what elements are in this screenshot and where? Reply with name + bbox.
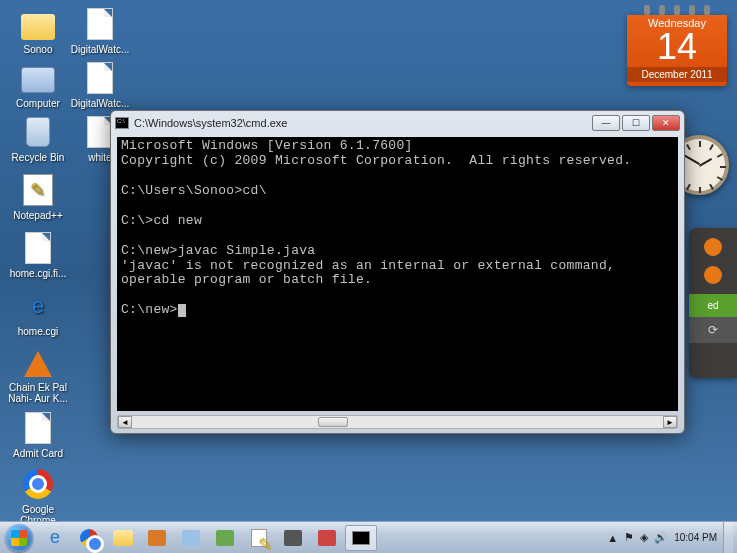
- gadget-dot-icon: [704, 266, 722, 284]
- taskbar-cmd[interactable]: [345, 525, 377, 551]
- app-icon: [318, 530, 336, 546]
- taskbar-ie[interactable]: e: [39, 525, 71, 551]
- calendar-gadget[interactable]: Wednesday 14 December 2011: [627, 5, 727, 86]
- notepadpp-icon: [23, 174, 53, 206]
- calendar-date: 14: [627, 29, 727, 65]
- computer-icon: [21, 67, 55, 93]
- scroll-right-arrow[interactable]: ►: [663, 416, 677, 428]
- taskbar-app5[interactable]: [311, 525, 343, 551]
- icon-label: Notepad++: [8, 210, 68, 221]
- app-icon: [182, 530, 200, 546]
- desktop-icon-notepadpp[interactable]: Notepad++: [8, 172, 68, 221]
- app-icon: [148, 530, 166, 546]
- desktop-icon-admitcard[interactable]: Admit Card: [8, 410, 68, 459]
- notepadpp-icon: [251, 529, 267, 547]
- desktop-icon-chrome[interactable]: Google Chrome: [8, 466, 68, 526]
- taskbar-notepadpp[interactable]: [243, 525, 275, 551]
- icon-label: home.cgi: [8, 326, 68, 337]
- recycle-bin-icon: [26, 117, 50, 147]
- document-icon: [25, 232, 51, 264]
- cmd-window: C:\Windows\system32\cmd.exe — ☐ ✕ Micros…: [110, 110, 685, 434]
- app-icon: [284, 530, 302, 546]
- taskbar-app3[interactable]: [209, 525, 241, 551]
- windows-orb-icon: [5, 524, 33, 552]
- cmd-icon: [115, 117, 129, 129]
- show-desktop-button[interactable]: [723, 522, 733, 554]
- taskbar: e ▲ ⚑ ◈ 🔊 10:04 PM: [0, 521, 737, 553]
- minimize-button[interactable]: —: [592, 115, 620, 131]
- ie-icon: e: [50, 527, 60, 548]
- icon-label: Recycle Bin: [8, 152, 68, 163]
- scroll-thumb[interactable]: [318, 417, 348, 427]
- calendar-month: December 2011: [627, 67, 727, 82]
- cmd-icon: [352, 531, 370, 545]
- tray-clock[interactable]: 10:04 PM: [674, 532, 717, 543]
- tray-network-icon[interactable]: ◈: [640, 531, 648, 544]
- taskbar-chrome[interactable]: [73, 525, 105, 551]
- tray-action-center-icon[interactable]: ⚑: [624, 531, 634, 544]
- gadget-dot-icon: [704, 238, 722, 256]
- taskbar-explorer[interactable]: [107, 525, 139, 551]
- calendar-rings: [627, 5, 727, 15]
- desktop-icon-computer[interactable]: Computer: [8, 60, 68, 109]
- desktop-icon-vlc[interactable]: Chain Ek Pal Nahi- Aur K...: [8, 344, 68, 404]
- desktop-icon-homecgifi[interactable]: home.cgi.fi...: [8, 230, 68, 279]
- gadget-green-label[interactable]: ed: [689, 294, 737, 317]
- document-icon: [25, 412, 51, 444]
- chrome-icon: [80, 529, 98, 547]
- desktop-icon-digitalwatch1[interactable]: DigitalWatc...: [70, 6, 130, 55]
- icon-label: Sonoo: [8, 44, 68, 55]
- icon-label: DigitalWatc...: [70, 44, 130, 55]
- icon-label: Chain Ek Pal Nahi- Aur K...: [8, 382, 68, 404]
- taskbar-app1[interactable]: [141, 525, 173, 551]
- system-tray: ▲ ⚑ ◈ 🔊 10:04 PM: [607, 531, 717, 544]
- start-button[interactable]: [0, 522, 38, 554]
- app-icon: [216, 530, 234, 546]
- desktop-icon-sonoo[interactable]: Sonoo: [8, 6, 68, 55]
- icon-label: DigitalWatc...: [70, 98, 130, 109]
- scroll-left-arrow[interactable]: ◄: [118, 416, 132, 428]
- console-output[interactable]: Microsoft Windows [Version 6.1.7600] Cop…: [117, 137, 678, 411]
- document-icon: [87, 62, 113, 94]
- chrome-icon: [23, 469, 53, 499]
- maximize-button[interactable]: ☐: [622, 115, 650, 131]
- horizontal-scrollbar[interactable]: ◄ ►: [117, 415, 678, 429]
- folder-icon: [21, 14, 55, 40]
- icon-label: Computer: [8, 98, 68, 109]
- icon-label: Admit Card: [8, 448, 68, 459]
- desktop-icon-digitalwatch2[interactable]: DigitalWatc...: [70, 60, 130, 109]
- tray-volume-icon[interactable]: 🔊: [654, 531, 668, 544]
- ie-icon: e: [20, 288, 56, 324]
- vlc-icon: [24, 351, 52, 377]
- titlebar[interactable]: C:\Windows\system32\cmd.exe — ☐ ✕: [111, 111, 684, 135]
- icon-label: home.cgi.fi...: [8, 268, 68, 279]
- gadget-refresh-button[interactable]: ⟳: [689, 317, 737, 343]
- desktop-icon-recyclebin[interactable]: Recycle Bin: [8, 114, 68, 163]
- taskbar-app2[interactable]: [175, 525, 207, 551]
- desktop-icon-homecgi[interactable]: e home.cgi: [8, 288, 68, 337]
- tray-show-hidden[interactable]: ▲: [607, 532, 618, 544]
- close-button[interactable]: ✕: [652, 115, 680, 131]
- folder-icon: [113, 530, 133, 546]
- taskbar-app4[interactable]: [277, 525, 309, 551]
- window-title: C:\Windows\system32\cmd.exe: [134, 117, 287, 129]
- side-gadget[interactable]: ed ⟳: [689, 228, 737, 378]
- document-icon: [87, 8, 113, 40]
